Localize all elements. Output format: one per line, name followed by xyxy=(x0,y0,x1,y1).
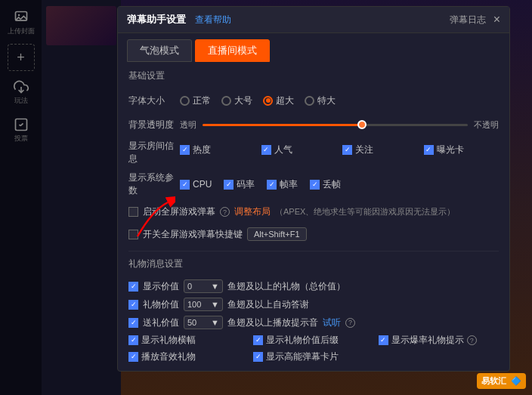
check-exposure[interactable]: 曝光卡 xyxy=(424,143,500,156)
hotkey-check-box[interactable] xyxy=(128,230,138,239)
fullscreen-info-icon[interactable]: ? xyxy=(220,207,230,217)
dialog-title: 弹幕助手设置 xyxy=(127,13,186,26)
try-listen-link[interactable]: 试听 xyxy=(323,316,341,329)
dialog-help-link[interactable]: 查看帮助 xyxy=(195,14,231,26)
add-icon: + xyxy=(17,50,25,66)
check-gift-banner[interactable]: 显示礼物横幅 xyxy=(128,334,249,347)
gift-row-1: 显示价值 0 ▼ 鱼翅及以上的礼物（总价值） xyxy=(128,279,499,293)
slider-left-label: 透明 xyxy=(180,119,196,131)
check-cpu-box[interactable] xyxy=(180,180,190,190)
check-framerate[interactable]: 帧率 xyxy=(267,178,298,191)
check-play-sound[interactable]: 播放音效礼物 xyxy=(128,350,249,363)
check-popularity[interactable]: 人气 xyxy=(261,143,337,156)
watermark-label: 易软汇 xyxy=(481,376,506,385)
check-burst-gift-box[interactable] xyxy=(379,335,388,345)
fullscreen-check-box[interactable] xyxy=(128,207,138,217)
check-high-energy[interactable]: 显示高能弹幕卡片 xyxy=(253,350,373,363)
gift-info-icon[interactable]: ? xyxy=(345,318,355,328)
check-play-sound-label: 播放音效礼物 xyxy=(141,350,196,363)
adjust-layout-link[interactable]: 调整布局 xyxy=(234,205,271,218)
check-exposure-box[interactable] xyxy=(424,145,434,155)
burst-gift-info-icon[interactable]: ? xyxy=(467,335,477,345)
font-size-large-radio[interactable] xyxy=(221,96,231,106)
fullscreen-row: 启动全屏游戏弹幕 ? 调整布局 （APEX、绝地求生等可能因游戏原因无法显示） xyxy=(128,203,499,221)
gift-select-2-value: 100 xyxy=(187,300,201,309)
bg-opacity-row: 背景透明度 透明 不透明 xyxy=(128,116,499,134)
font-size-large[interactable]: 大号 xyxy=(221,94,252,107)
gift-check-1[interactable] xyxy=(128,282,138,292)
check-bitrate-label: 码率 xyxy=(237,178,255,191)
sidebar-download[interactable]: 玩法 xyxy=(5,76,38,109)
font-size-options: 正常 大号 超大 特大 xyxy=(180,94,336,107)
tab-bubble[interactable]: 气泡模式 xyxy=(127,39,192,62)
font-size-xlarge[interactable]: 超大 xyxy=(263,94,294,107)
sidebar-upload-label: 上传封面 xyxy=(8,26,35,36)
hotkey-badge: Alt+Shift+F1 xyxy=(247,227,307,241)
font-size-normal-radio[interactable] xyxy=(180,96,190,106)
font-size-xlarge-radio[interactable] xyxy=(263,96,273,106)
basic-settings-title: 基础设置 xyxy=(128,69,499,85)
dialog-content: 基础设置 字体大小 正常 大号 超大 特大 xyxy=(118,62,509,371)
check-gift-banner-label: 显示礼物横幅 xyxy=(141,334,196,347)
fullscreen-sub-text: （APEX、绝地求生等可能因游戏原因无法显示） xyxy=(275,206,455,218)
check-bitrate[interactable]: 码率 xyxy=(224,178,255,191)
check-gift-value-suffix-box[interactable] xyxy=(253,335,263,345)
stream-thumb[interactable] xyxy=(46,6,116,45)
check-framerate-box[interactable] xyxy=(267,180,277,190)
font-size-normal[interactable]: 正常 xyxy=(180,94,211,107)
check-burst-gift-label: 显示爆率礼物提示 xyxy=(391,334,464,347)
sidebar-vote[interactable]: 投票 xyxy=(5,113,38,147)
check-heat-label: 热度 xyxy=(193,143,211,156)
gift-select-2-arrow: ▼ xyxy=(211,300,219,309)
gift-select-3[interactable]: 50 ▼ xyxy=(184,316,223,329)
font-size-xxlarge[interactable]: 特大 xyxy=(305,94,336,107)
check-burst-gift[interactable]: 显示爆率礼物提示 ? xyxy=(379,334,499,347)
check-gift-banner-box[interactable] xyxy=(128,335,138,345)
check-frame-drop-box[interactable] xyxy=(310,180,320,190)
stream-area xyxy=(42,0,121,395)
check-gift-value-suffix-label: 显示礼物价值后缀 xyxy=(266,334,339,347)
sidebar-upload[interactable]: 上传封面 xyxy=(5,6,38,39)
gift-select-1[interactable]: 0 ▼ xyxy=(184,279,223,293)
bottom-checkboxes: 显示礼物横幅 显示礼物价值后缀 显示爆率礼物提示 ? 播放音效礼物 显示高能弹幕… xyxy=(128,334,499,363)
dialog-header-right: 弹幕日志 × xyxy=(450,14,500,26)
font-size-xxlarge-radio[interactable] xyxy=(305,96,314,106)
slider-thumb[interactable] xyxy=(357,120,367,129)
hotkey-row: 开关全屏游戏弹幕快捷键 Alt+Shift+F1 xyxy=(128,225,499,243)
watermark-icon: 🔷 xyxy=(511,376,521,385)
check-play-sound-box[interactable] xyxy=(128,352,138,362)
slider-track[interactable] xyxy=(203,124,468,126)
sidebar: 上传封面 + 玩法 投票 xyxy=(0,0,42,395)
sidebar-add[interactable]: + xyxy=(8,44,35,71)
show-room-info-label: 显示房间信息 xyxy=(128,140,180,165)
gift-label-1: 显示价值 xyxy=(143,280,179,293)
dialog-close-button[interactable]: × xyxy=(493,14,500,26)
bg-opacity-label: 背景透明度 xyxy=(128,119,180,131)
check-gift-value-suffix[interactable]: 显示礼物价值后缀 xyxy=(253,334,373,347)
gift-select-3-value: 50 xyxy=(187,318,196,327)
check-bitrate-box[interactable] xyxy=(224,180,234,190)
gift-select-1-value: 0 xyxy=(187,282,192,291)
check-heat[interactable]: 热度 xyxy=(180,143,255,156)
gift-select-2[interactable]: 100 ▼ xyxy=(184,298,223,311)
check-high-energy-box[interactable] xyxy=(253,352,263,362)
gift-check-3[interactable] xyxy=(128,318,138,328)
check-follow[interactable]: 关注 xyxy=(342,143,418,156)
font-size-label: 字体大小 xyxy=(128,94,180,107)
room-info-checkboxes: 热度 人气 关注 曝光卡 xyxy=(180,143,499,156)
gift-row-2: 礼物价值 100 ▼ 鱼翅及以上自动答谢 xyxy=(128,298,499,311)
gift-check-2[interactable] xyxy=(128,300,138,310)
dialog-log-link[interactable]: 弹幕日志 xyxy=(450,14,486,26)
check-heat-box[interactable] xyxy=(180,145,190,155)
check-frame-drop-label: 丢帧 xyxy=(323,178,341,191)
check-popularity-label: 人气 xyxy=(274,143,292,156)
tab-live[interactable]: 直播间模式 xyxy=(195,39,270,62)
check-cpu[interactable]: CPU xyxy=(180,178,212,191)
font-size-xxlarge-label: 特大 xyxy=(317,94,336,107)
check-frame-drop[interactable]: 丢帧 xyxy=(310,178,341,191)
check-follow-box[interactable] xyxy=(342,145,352,155)
sidebar-download-label: 玩法 xyxy=(14,96,28,106)
gift-settings-title: 礼物消息设置 xyxy=(128,258,499,273)
show-sys-params-label: 显示系统参数 xyxy=(128,171,180,197)
check-popularity-box[interactable] xyxy=(261,145,271,155)
